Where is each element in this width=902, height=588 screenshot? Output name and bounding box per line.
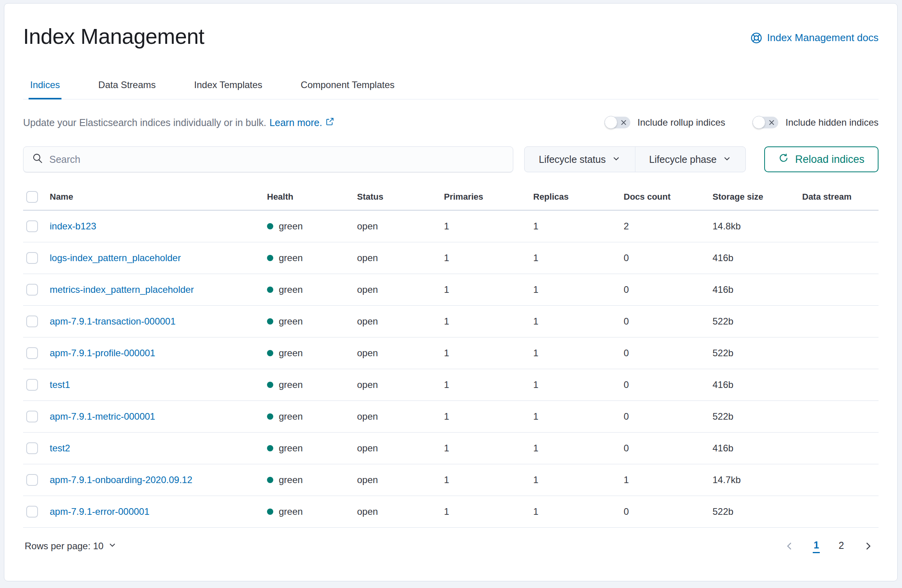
replicas-cell: 1 bbox=[530, 432, 621, 464]
health-badge: green bbox=[267, 284, 351, 295]
reload-indices-button[interactable]: Reload indices bbox=[764, 146, 879, 172]
health-badge: green bbox=[267, 411, 351, 422]
index-name-link[interactable]: apm-7.9.1-onboarding-2020.09.12 bbox=[50, 474, 192, 485]
column-header-status[interactable]: Status bbox=[354, 189, 441, 210]
tab-component-templates[interactable]: Component Templates bbox=[299, 76, 396, 99]
health-cell: green bbox=[264, 369, 354, 400]
column-header-replicas[interactable]: Replicas bbox=[530, 189, 621, 210]
docs-link-label: Index Management docs bbox=[767, 32, 879, 44]
row-checkbox[interactable] bbox=[26, 411, 38, 422]
row-checkbox[interactable] bbox=[26, 442, 38, 454]
replicas-cell: 1 bbox=[530, 400, 621, 432]
page-title: Index Management bbox=[23, 23, 204, 50]
health-badge: green bbox=[267, 474, 351, 485]
index-name-link[interactable]: index-b123 bbox=[50, 221, 96, 231]
row-checkbox[interactable] bbox=[26, 316, 38, 327]
health-cell: green bbox=[264, 432, 354, 464]
index-name-cell: metrics-index_pattern_placeholder bbox=[47, 274, 264, 305]
primaries-cell: 1 bbox=[441, 305, 530, 337]
status-cell: open bbox=[354, 496, 441, 527]
health-cell: green bbox=[264, 242, 354, 274]
select-all-checkbox[interactable] bbox=[26, 191, 38, 203]
chevron-left-icon[interactable] bbox=[785, 541, 795, 551]
health-dot-icon bbox=[267, 287, 273, 293]
column-header-storage-size[interactable]: Storage size bbox=[709, 189, 799, 210]
health-cell: green bbox=[264, 210, 354, 242]
search-box bbox=[23, 146, 513, 172]
index-name-link[interactable]: metrics-index_pattern_placeholder bbox=[50, 284, 194, 295]
index-management-panel: Index Management Index Management docs I… bbox=[4, 3, 898, 581]
index-name-link[interactable]: test2 bbox=[50, 443, 70, 453]
index-name-link[interactable]: apm-7.9.1-metric-000001 bbox=[50, 411, 155, 422]
replicas-cell: 1 bbox=[530, 337, 621, 369]
include-rollup-indices-switch[interactable] bbox=[604, 117, 630, 128]
index-name-link[interactable]: logs-index_pattern_placeholder bbox=[50, 253, 181, 263]
row-checkbox[interactable] bbox=[26, 284, 38, 296]
lifebuoy-help-icon bbox=[750, 32, 762, 44]
tab-data-streams[interactable]: Data Streams bbox=[97, 76, 157, 99]
row-checkbox[interactable] bbox=[26, 252, 38, 264]
table-header-row: NameHealthStatusPrimariesReplicasDocs co… bbox=[23, 189, 879, 210]
primaries-cell: 1 bbox=[441, 400, 530, 432]
docs-count-cell: 0 bbox=[621, 274, 709, 305]
column-header-name[interactable]: Name bbox=[47, 189, 264, 210]
page-button-1[interactable]: 1 bbox=[813, 539, 820, 553]
index-name-link[interactable]: test1 bbox=[50, 379, 70, 390]
row-checkbox-cell bbox=[23, 400, 47, 432]
primaries-cell: 1 bbox=[441, 337, 530, 369]
page-button-2[interactable]: 2 bbox=[838, 540, 845, 552]
storage-size-cell: 416b bbox=[709, 274, 799, 305]
row-checkbox[interactable] bbox=[26, 220, 38, 232]
docs-count-cell: 2 bbox=[621, 210, 709, 242]
rows-per-page-selector[interactable]: Rows per page: 10 bbox=[23, 541, 117, 552]
tab-indices[interactable]: Indices bbox=[29, 76, 61, 99]
row-checkbox[interactable] bbox=[26, 506, 38, 518]
table-row: test1greenopen110416b bbox=[23, 369, 879, 400]
index-name-link[interactable]: apm-7.9.1-transaction-000001 bbox=[50, 316, 176, 326]
index-name-link[interactable]: apm-7.9.1-error-000001 bbox=[50, 506, 150, 517]
filter-lifecycle-phase[interactable]: Lifecycle phase bbox=[635, 147, 746, 172]
row-checkbox-cell bbox=[23, 337, 47, 369]
toggle-include-rollup-indices: Include rollup indices bbox=[604, 117, 725, 128]
primaries-cell: 1 bbox=[441, 242, 530, 274]
page-description: Update your Elasticsearch indices indivi… bbox=[23, 117, 334, 128]
toggle-label: Include rollup indices bbox=[637, 117, 725, 128]
status-cell: open bbox=[354, 242, 441, 274]
learn-more-link[interactable]: Learn more. bbox=[269, 117, 334, 128]
data-stream-cell bbox=[799, 432, 879, 464]
row-checkbox[interactable] bbox=[26, 347, 38, 359]
page-header: Index Management Index Management docs bbox=[23, 23, 879, 50]
health-label: green bbox=[279, 379, 303, 390]
index-name-cell: apm-7.9.1-transaction-000001 bbox=[47, 305, 264, 337]
chevron-right-icon[interactable] bbox=[863, 541, 873, 551]
index-management-docs-link[interactable]: Index Management docs bbox=[750, 32, 879, 44]
learn-more-label: Learn more. bbox=[269, 117, 322, 128]
row-checkbox[interactable] bbox=[26, 379, 38, 391]
health-badge: green bbox=[267, 506, 351, 517]
status-cell: open bbox=[354, 432, 441, 464]
pagination: 12 bbox=[785, 539, 879, 553]
cross-icon bbox=[769, 119, 775, 127]
table-footer: Rows per page: 10 12 bbox=[23, 539, 879, 553]
column-header-health[interactable]: Health bbox=[264, 189, 354, 210]
filter-lifecycle-status[interactable]: Lifecycle status bbox=[525, 147, 635, 172]
tab-index-templates[interactable]: Index Templates bbox=[193, 76, 264, 99]
table-row: apm-7.9.1-onboarding-2020.09.12greenopen… bbox=[23, 464, 879, 496]
replicas-cell: 1 bbox=[530, 242, 621, 274]
health-label: green bbox=[279, 316, 303, 327]
row-checkbox[interactable] bbox=[26, 474, 38, 486]
search-input[interactable] bbox=[43, 147, 513, 172]
storage-size-cell: 416b bbox=[709, 369, 799, 400]
health-badge: green bbox=[267, 348, 351, 359]
column-header-data-stream[interactable]: Data stream bbox=[799, 189, 879, 210]
health-dot-icon bbox=[267, 509, 273, 515]
primaries-cell: 1 bbox=[441, 464, 530, 496]
column-header-primaries[interactable]: Primaries bbox=[441, 189, 530, 210]
health-dot-icon bbox=[267, 477, 273, 483]
column-header-docs-count[interactable]: Docs count bbox=[621, 189, 709, 210]
storage-size-cell: 522b bbox=[709, 400, 799, 432]
chevron-down-icon bbox=[723, 154, 731, 165]
include-hidden-indices-switch[interactable] bbox=[752, 117, 778, 128]
table-row: test2greenopen110416b bbox=[23, 432, 879, 464]
index-name-link[interactable]: apm-7.9.1-profile-000001 bbox=[50, 348, 155, 358]
